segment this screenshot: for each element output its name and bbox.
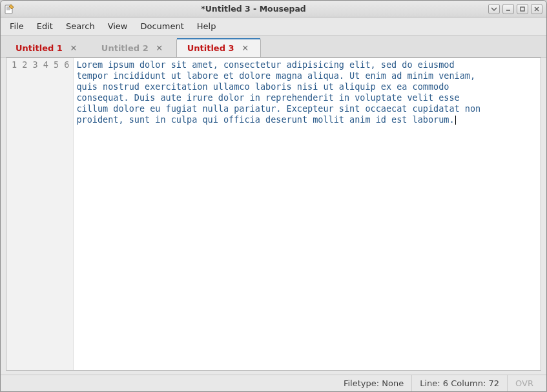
- app-icon: [5, 4, 15, 14]
- text-editor[interactable]: Lorem ipsum dolor sit amet, consectetur …: [74, 58, 541, 370]
- close-icon[interactable]: ✕: [69, 44, 78, 53]
- tab-label: Untitled 1: [15, 43, 63, 53]
- tab-untitled-3[interactable]: Untitled 3 ✕: [176, 38, 261, 57]
- statusbar: Filetype: None Line: 6 Column: 72 OVR: [1, 375, 546, 391]
- editor-area: 1 2 3 4 5 6 Lorem ipsum dolor sit amet, …: [6, 57, 541, 371]
- status-position: Line: 6 Column: 72: [411, 375, 507, 391]
- app-window: *Untitled 3 - Mousepad File Edit Search …: [0, 0, 547, 392]
- status-filetype: Filetype: None: [336, 375, 411, 391]
- text-caret: [455, 116, 456, 125]
- menu-search[interactable]: Search: [59, 19, 101, 34]
- tabbar: Untitled 1 ✕ Untitled 2 ✕ Untitled 3 ✕: [1, 36, 546, 57]
- line-number-gutter: 1 2 3 4 5 6: [6, 58, 74, 370]
- menu-help[interactable]: Help: [191, 19, 223, 34]
- close-button[interactable]: [531, 4, 542, 14]
- menubar: File Edit Search View Document Help: [1, 17, 546, 36]
- window-controls: [488, 4, 542, 14]
- tab-label: Untitled 2: [101, 43, 149, 53]
- window-menu-button[interactable]: [488, 4, 500, 14]
- window-title: *Untitled 3 - Mousepad: [19, 4, 488, 14]
- maximize-button[interactable]: [517, 4, 528, 14]
- close-icon[interactable]: ✕: [241, 44, 250, 53]
- tab-untitled-2[interactable]: Untitled 2 ✕: [90, 38, 175, 57]
- minimize-button[interactable]: [502, 4, 514, 14]
- menu-edit[interactable]: Edit: [30, 19, 59, 34]
- tab-untitled-1[interactable]: Untitled 1 ✕: [5, 38, 89, 57]
- menu-view[interactable]: View: [101, 19, 134, 34]
- menu-file[interactable]: File: [3, 19, 30, 34]
- tab-label: Untitled 3: [187, 43, 234, 53]
- titlebar[interactable]: *Untitled 3 - Mousepad: [1, 1, 546, 17]
- svg-rect-5: [521, 7, 524, 11]
- status-ovr[interactable]: OVR: [507, 375, 541, 391]
- menu-document[interactable]: Document: [134, 19, 190, 34]
- close-icon[interactable]: ✕: [155, 44, 164, 53]
